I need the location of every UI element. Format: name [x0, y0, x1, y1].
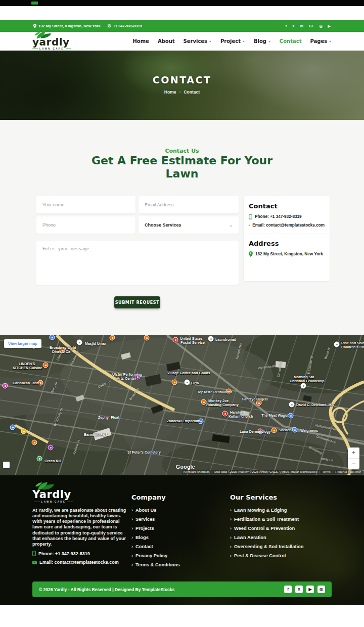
envelope-icon: [249, 223, 250, 227]
nav-home[interactable]: Home ⌄: [132, 38, 149, 44]
chevron-right-icon: ›: [131, 526, 133, 531]
map-poi-label: Laundromat: [215, 338, 236, 341]
info-phone-row[interactable]: Phone: +1 347-932-8319: [249, 214, 325, 219]
copyright-bar: © 2025 Yardly - All Rights Reserved | De…: [32, 581, 332, 597]
nav-pages[interactable]: Pages ⌄: [310, 38, 332, 44]
section-eyebrow: Contact Us: [0, 148, 364, 154]
map-poi-label: Luna Dermatology: [240, 430, 270, 433]
youtube-icon[interactable]: ▶: [306, 586, 314, 593]
map-section[interactable]: Liberty StFranklin StHenry StCedar StBro…: [0, 335, 364, 475]
info-email-row[interactable]: Email: contact@templatestocks.com: [249, 223, 325, 228]
map-poi-label: Fantzye Bagels: [242, 397, 268, 401]
footer-link[interactable]: › Lawn Aeration: [230, 535, 303, 540]
section-heading: Get A Free Estimate For Your Lawn: [73, 154, 291, 180]
services-select[interactable]: Choose Services ⌄: [139, 216, 239, 234]
contact-info-card: Contact Phone: +1 347-932-8319 Email: co…: [244, 196, 330, 281]
nav-contact[interactable]: Contact ⌄: [280, 38, 302, 44]
footer-link[interactable]: › Contact: [131, 544, 180, 549]
map-poi-label: KITCHEN Cuisine: [13, 366, 42, 370]
footer-link[interactable]: › Overseeding & Sod Installation: [230, 544, 303, 549]
google-plus-icon[interactable]: G+: [309, 24, 314, 28]
nav-project[interactable]: Project ⌄: [220, 38, 245, 44]
breadcrumb-separator-icon: ›: [179, 89, 180, 95]
x-icon[interactable]: X: [295, 586, 303, 593]
facebook-icon[interactable]: f: [284, 586, 292, 593]
footer-link[interactable]: › Weed Control & Prevention: [230, 526, 303, 531]
map-zoom-control: + −: [348, 447, 359, 469]
map-poi-label: Arts Center: [117, 377, 136, 380]
breadcrumb: Home › Contact: [0, 89, 364, 95]
map-poi-label: The Meat Wagon: [261, 414, 289, 417]
footer-link[interactable]: › Fertilization & Soil Treatment: [230, 517, 303, 522]
zoom-out-button[interactable]: −: [348, 459, 359, 469]
topbar-phone[interactable]: ✆ +1 347-932-8319: [108, 24, 142, 28]
footer-link[interactable]: › Privacy Policy: [131, 553, 180, 558]
message-textarea[interactable]: [36, 241, 239, 285]
topbar-address-text: 132 My Street, Kingston, New York: [38, 24, 101, 28]
chevron-right-icon: ›: [131, 508, 133, 513]
map-poi-label: Green Kill: [44, 459, 61, 463]
leaf-logo-icon: [34, 481, 58, 490]
footer-email-row[interactable]: Email: contact@templatestocks.com: [32, 560, 129, 565]
footer-link[interactable]: › Projects: [131, 526, 180, 531]
map-attribution-item[interactable]: Map data ©2025 Imagery ©2025 Airbus, CNE…: [209, 470, 317, 473]
google-logo[interactable]: Google: [176, 464, 195, 470]
topbar-address: 132 My Street, Kingston, New York: [33, 24, 101, 28]
footer-logo[interactable]: Yardly LAWN CARE: [32, 483, 75, 503]
map-attribution-item[interactable]: Terms: [317, 470, 331, 473]
leaf-logo-icon: [33, 31, 55, 39]
breadcrumb-home[interactable]: Home: [164, 89, 176, 95]
map-poi-label: Christian Fellowship: [290, 379, 324, 383]
chevron-down-icon: ⌄: [329, 39, 332, 43]
footer-link[interactable]: › Services: [131, 517, 180, 522]
chevron-right-icon: ›: [131, 535, 133, 540]
map-poi-label: Morning Sta: [294, 375, 314, 379]
map-poi-label: St Peter's Cemetery: [127, 451, 161, 454]
footer-link[interactable]: › Blogs: [131, 535, 180, 540]
topbar: 132 My Street, Kingston, New York ✆ +1 3…: [0, 20, 364, 32]
map-attribution-item[interactable]: Keyboard shortcuts: [184, 470, 210, 473]
linkedin-icon[interactable]: in: [300, 24, 303, 28]
footer-services-column: Our Services › Lawn Mowing & Edging › Fe…: [230, 494, 303, 562]
nav-blog[interactable]: Blog ⌄: [254, 38, 271, 44]
instagram-icon[interactable]: ◎: [320, 24, 323, 28]
facebook-icon[interactable]: f: [286, 24, 287, 28]
tagline-rule-left: [32, 49, 38, 49]
copyright-text: © 2025 Yardly - All Rights Reserved | De…: [39, 587, 174, 592]
phone-icon: ✆: [108, 24, 111, 28]
footer: Yardly LAWN CARE At Yardly, we are passi…: [0, 475, 364, 605]
map-poi-label: Roasting Company: [206, 403, 239, 407]
footer-link[interactable]: › Terms & Conditions: [131, 562, 180, 567]
submit-button[interactable]: SUBMIT REQUEST: [114, 296, 160, 308]
zoom-in-button[interactable]: +: [348, 447, 359, 459]
map-poi-label: Caribbean Taste: [13, 381, 40, 385]
map-attribution-item[interactable]: Report a map error: [331, 470, 361, 473]
youtube-icon[interactable]: ▶: [328, 24, 331, 28]
logo[interactable]: yardly LAWN CARE: [32, 33, 71, 50]
map-poi-label: Rise and Shin: [341, 341, 364, 345]
footer-link[interactable]: › About Us: [131, 508, 180, 513]
chevron-right-icon: ›: [131, 554, 133, 558]
email-input[interactable]: [139, 196, 239, 213]
name-input[interactable]: [36, 196, 135, 213]
footer-phone-row[interactable]: Phone: +1 347-932-8319: [32, 551, 129, 556]
map-keyboard-control[interactable]: [3, 462, 10, 468]
nav-services[interactable]: Services ⌄: [184, 38, 212, 44]
footer-link[interactable]: › Lawn Mowing & Edging: [230, 508, 303, 513]
location-pin-icon: [249, 251, 253, 257]
chevron-down-icon: ⌄: [209, 39, 212, 43]
footer-link[interactable]: › Pest & Disease Control: [230, 553, 303, 558]
map-poi-label: Barmann Park: [84, 433, 108, 436]
map-poi-label: Zephyr Float: [98, 416, 119, 419]
instagram-icon[interactable]: ◎: [317, 586, 325, 593]
nav-about[interactable]: About ⌄: [158, 38, 175, 44]
map-poi-label: Children's Ch: [341, 345, 364, 349]
services-select-value: Choose Services: [145, 222, 181, 228]
footer-company-column: Company › About Us › Services ›: [131, 494, 180, 571]
map-poi-label: LINDEN'S: [19, 362, 35, 366]
map-poi-label: CPW: [191, 381, 199, 385]
view-larger-map-link[interactable]: View larger map: [4, 339, 41, 348]
phone-input[interactable]: [36, 216, 135, 234]
footer-about-column: Yardly LAWN CARE At Yardly, we are passi…: [32, 483, 129, 565]
x-icon[interactable]: X: [292, 24, 295, 28]
